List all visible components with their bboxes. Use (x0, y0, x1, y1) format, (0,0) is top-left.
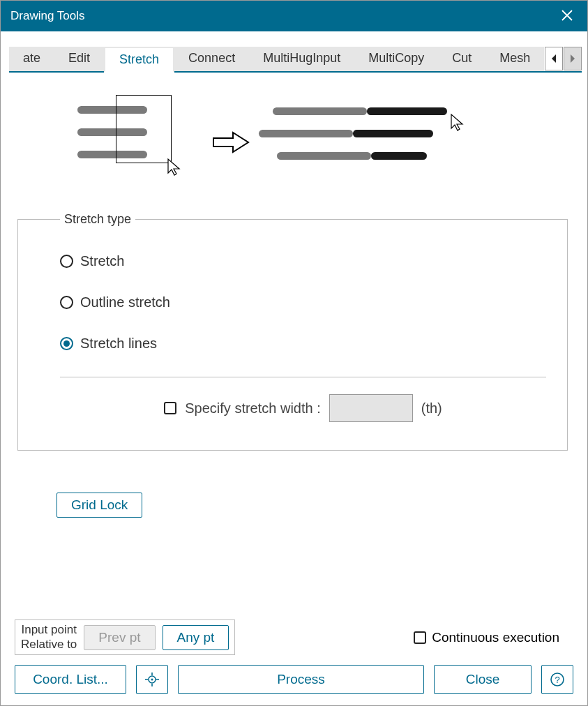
specify-width-row: Specify stretch width : (th) (60, 394, 546, 422)
illustration-before (77, 100, 189, 184)
tab-scroll-left-button[interactable] (545, 47, 563, 70)
radio-label: Stretch (80, 253, 124, 269)
bottom-area: Input point Relative to Prev pt Any pt C… (1, 613, 587, 705)
tab-multicopy[interactable]: MultiCopy (354, 47, 438, 71)
input-point-row: Input point Relative to Prev pt Any pt C… (15, 619, 573, 655)
window-title: Drawing Tools (10, 9, 84, 23)
cursor-icon (450, 113, 464, 131)
close-icon[interactable] (557, 6, 578, 26)
tab-stretch[interactable]: Stretch (104, 47, 174, 73)
tab-mesh[interactable]: Mesh (485, 47, 544, 71)
any-pt-button[interactable]: Any pt (163, 625, 229, 650)
tab-connect[interactable]: Connect (174, 47, 249, 71)
specify-width-label: Specify stretch width : (185, 400, 321, 416)
help-icon: ? (550, 672, 565, 687)
titlebar: Drawing Tools (1, 1, 587, 31)
stretch-illustration (15, 87, 573, 212)
stretch-type-legend: Stretch type (60, 212, 135, 227)
cursor-icon (167, 158, 181, 176)
divider (60, 377, 546, 377)
illustration-after (273, 107, 482, 177)
process-button[interactable]: Process (178, 665, 424, 694)
tab-edit[interactable]: Edit (54, 47, 104, 71)
radio-icon-selected (60, 337, 73, 350)
arrow-icon (210, 128, 252, 156)
tab-ate[interactable]: ate (9, 47, 54, 71)
specify-width-checkbox[interactable] (164, 402, 176, 414)
radio-label: Outline stretch (80, 294, 170, 310)
input-point-label: Input point Relative to (21, 623, 77, 652)
target-point-button[interactable] (136, 665, 168, 694)
continuous-execution-checkbox[interactable] (414, 631, 426, 644)
tab-scroll-right-button[interactable] (564, 47, 582, 70)
svg-text:?: ? (555, 675, 559, 685)
continuous-execution-row: Continuous execution (414, 630, 559, 645)
svg-point-1 (151, 679, 153, 681)
crosshair-icon (144, 672, 160, 687)
tab-scroll-nav (544, 47, 582, 73)
radio-stretch[interactable]: Stretch (60, 253, 546, 269)
radio-label: Stretch lines (80, 336, 157, 352)
tabbar: ate Edit Stretch Connect MultiHugInput M… (1, 31, 587, 73)
help-button[interactable]: ? (541, 665, 573, 694)
continuous-execution-label: Continuous execution (432, 630, 559, 645)
stretch-type-group: Stretch type Stretch Outline stretch Str… (17, 212, 568, 451)
gridlock-row: Grid Lock (56, 493, 573, 518)
prev-pt-button: Prev pt (84, 625, 155, 650)
width-unit-label: (th) (421, 400, 442, 416)
coord-list-button[interactable]: Coord. List... (15, 665, 126, 694)
radio-outline-stretch[interactable]: Outline stretch (60, 294, 546, 310)
input-point-group: Input point Relative to Prev pt Any pt (15, 619, 235, 655)
radio-stretch-lines[interactable]: Stretch lines (60, 336, 546, 352)
stretch-width-input[interactable] (329, 394, 413, 422)
action-row: Coord. List... Process Close ? (15, 665, 573, 694)
tab-cut[interactable]: Cut (438, 47, 485, 71)
tabs: ate Edit Stretch Connect MultiHugInput M… (9, 47, 544, 73)
close-button[interactable]: Close (434, 665, 532, 694)
radio-icon (60, 255, 73, 268)
grid-lock-button[interactable]: Grid Lock (56, 493, 142, 518)
radio-icon (60, 296, 73, 309)
tab-multihuginput[interactable]: MultiHugInput (249, 47, 354, 71)
tab-content: Stretch type Stretch Outline stretch Str… (1, 73, 587, 613)
